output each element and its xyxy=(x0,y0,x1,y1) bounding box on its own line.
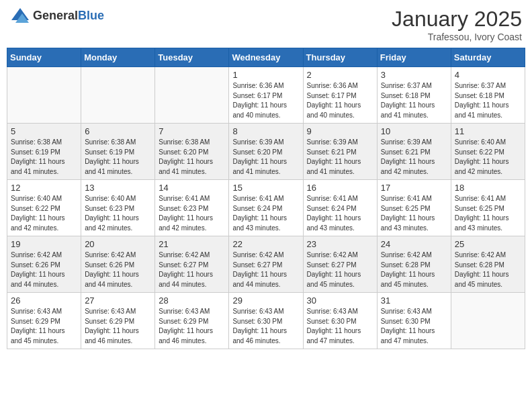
day-of-week-header: Sunday xyxy=(7,48,81,67)
day-number: 6 xyxy=(85,126,151,136)
calendar-day-cell: 9Sunrise: 6:39 AM Sunset: 6:21 PM Daylig… xyxy=(303,124,377,180)
calendar-day-cell: 2Sunrise: 6:36 AM Sunset: 6:17 PM Daylig… xyxy=(303,67,377,124)
day-of-week-header: Thursday xyxy=(303,48,377,67)
day-number: 2 xyxy=(307,70,373,80)
day-number: 24 xyxy=(381,239,447,249)
day-number: 11 xyxy=(455,126,521,136)
calendar-day-cell: 22Sunrise: 6:42 AM Sunset: 6:27 PM Dayli… xyxy=(229,236,303,293)
day-info: Sunrise: 6:43 AM Sunset: 6:30 PM Dayligh… xyxy=(381,307,447,346)
calendar-day-cell: 27Sunrise: 6:43 AM Sunset: 6:29 PM Dayli… xyxy=(81,293,155,349)
day-info: Sunrise: 6:36 AM Sunset: 6:17 PM Dayligh… xyxy=(232,81,299,120)
day-info: Sunrise: 6:42 AM Sunset: 6:27 PM Dayligh… xyxy=(232,250,299,289)
day-info: Sunrise: 6:40 AM Sunset: 6:22 PM Dayligh… xyxy=(11,194,77,233)
day-number: 28 xyxy=(159,295,225,306)
month-title: January 2025 xyxy=(392,7,522,32)
day-number: 5 xyxy=(11,126,77,136)
calendar-day-cell xyxy=(7,67,81,124)
calendar-week-row: 26Sunrise: 6:43 AM Sunset: 6:29 PM Dayli… xyxy=(7,293,525,349)
calendar-day-cell: 4Sunrise: 6:37 AM Sunset: 6:18 PM Daylig… xyxy=(451,67,525,124)
day-info: Sunrise: 6:42 AM Sunset: 6:26 PM Dayligh… xyxy=(11,250,77,289)
day-number: 4 xyxy=(455,70,521,80)
day-info: Sunrise: 6:39 AM Sunset: 6:21 PM Dayligh… xyxy=(381,138,447,177)
day-info: Sunrise: 6:38 AM Sunset: 6:19 PM Dayligh… xyxy=(85,138,151,177)
day-number: 20 xyxy=(85,239,151,249)
calendar-day-cell xyxy=(81,67,155,124)
day-of-week-header: Tuesday xyxy=(155,48,229,67)
calendar-day-cell: 1Sunrise: 6:36 AM Sunset: 6:17 PM Daylig… xyxy=(229,67,303,124)
day-info: Sunrise: 6:43 AM Sunset: 6:29 PM Dayligh… xyxy=(11,307,77,346)
calendar-table: SundayMondayTuesdayWednesdayThursdayFrid… xyxy=(7,48,525,349)
day-number: 23 xyxy=(307,239,373,249)
day-info: Sunrise: 6:37 AM Sunset: 6:18 PM Dayligh… xyxy=(381,81,447,120)
day-info: Sunrise: 6:39 AM Sunset: 6:21 PM Dayligh… xyxy=(307,138,373,177)
calendar-day-cell: 14Sunrise: 6:41 AM Sunset: 6:23 PM Dayli… xyxy=(155,180,229,236)
logo-icon xyxy=(10,7,30,24)
page-header: GeneralBlue January 2025 Trafessou, Ivor… xyxy=(7,7,525,42)
day-info: Sunrise: 6:40 AM Sunset: 6:22 PM Dayligh… xyxy=(455,138,521,177)
day-info: Sunrise: 6:42 AM Sunset: 6:26 PM Dayligh… xyxy=(85,250,151,289)
day-info: Sunrise: 6:43 AM Sunset: 6:29 PM Dayligh… xyxy=(85,307,151,346)
calendar-day-cell: 17Sunrise: 6:41 AM Sunset: 6:25 PM Dayli… xyxy=(377,180,451,236)
day-info: Sunrise: 6:42 AM Sunset: 6:28 PM Dayligh… xyxy=(455,250,521,289)
day-number: 16 xyxy=(307,183,373,193)
day-info: Sunrise: 6:39 AM Sunset: 6:20 PM Dayligh… xyxy=(232,138,299,177)
calendar-week-row: 12Sunrise: 6:40 AM Sunset: 6:22 PM Dayli… xyxy=(7,180,525,236)
day-number: 22 xyxy=(232,239,299,249)
calendar-day-cell: 28Sunrise: 6:43 AM Sunset: 6:29 PM Dayli… xyxy=(155,293,229,349)
logo-general: General xyxy=(33,9,78,22)
calendar-day-cell xyxy=(451,293,525,349)
day-number: 14 xyxy=(159,183,225,193)
calendar-day-cell: 18Sunrise: 6:41 AM Sunset: 6:25 PM Dayli… xyxy=(451,180,525,236)
calendar-day-cell: 25Sunrise: 6:42 AM Sunset: 6:28 PM Dayli… xyxy=(451,236,525,293)
logo-blue: Blue xyxy=(78,9,104,22)
title-block: January 2025 Trafessou, Ivory Coast xyxy=(392,7,522,42)
calendar-day-cell: 30Sunrise: 6:43 AM Sunset: 6:30 PM Dayli… xyxy=(303,293,377,349)
day-of-week-header: Friday xyxy=(377,48,451,67)
calendar-day-cell: 12Sunrise: 6:40 AM Sunset: 6:22 PM Dayli… xyxy=(7,180,81,236)
day-of-week-header: Saturday xyxy=(451,48,525,67)
day-number: 31 xyxy=(381,295,447,306)
calendar-day-cell: 6Sunrise: 6:38 AM Sunset: 6:19 PM Daylig… xyxy=(81,124,155,180)
day-info: Sunrise: 6:36 AM Sunset: 6:17 PM Dayligh… xyxy=(307,81,373,120)
day-number: 9 xyxy=(307,126,373,136)
day-number: 26 xyxy=(11,295,77,306)
day-number: 19 xyxy=(11,239,77,249)
day-info: Sunrise: 6:42 AM Sunset: 6:27 PM Dayligh… xyxy=(307,250,373,289)
calendar-day-cell: 15Sunrise: 6:41 AM Sunset: 6:24 PM Dayli… xyxy=(229,180,303,236)
day-info: Sunrise: 6:41 AM Sunset: 6:25 PM Dayligh… xyxy=(455,194,521,233)
day-of-week-header: Wednesday xyxy=(229,48,303,67)
day-of-week-header: Monday xyxy=(81,48,155,67)
calendar-week-row: 19Sunrise: 6:42 AM Sunset: 6:26 PM Dayli… xyxy=(7,236,525,293)
day-info: Sunrise: 6:41 AM Sunset: 6:24 PM Dayligh… xyxy=(232,194,299,233)
day-info: Sunrise: 6:43 AM Sunset: 6:30 PM Dayligh… xyxy=(307,307,373,346)
calendar-day-cell: 7Sunrise: 6:38 AM Sunset: 6:20 PM Daylig… xyxy=(155,124,229,180)
calendar-day-cell: 21Sunrise: 6:42 AM Sunset: 6:27 PM Dayli… xyxy=(155,236,229,293)
day-info: Sunrise: 6:43 AM Sunset: 6:30 PM Dayligh… xyxy=(232,307,299,346)
day-number: 29 xyxy=(232,295,299,306)
day-info: Sunrise: 6:41 AM Sunset: 6:23 PM Dayligh… xyxy=(159,194,225,233)
calendar-day-cell xyxy=(155,67,229,124)
calendar-day-cell: 8Sunrise: 6:39 AM Sunset: 6:20 PM Daylig… xyxy=(229,124,303,180)
calendar-day-cell: 29Sunrise: 6:43 AM Sunset: 6:30 PM Dayli… xyxy=(229,293,303,349)
calendar-week-row: 5Sunrise: 6:38 AM Sunset: 6:19 PM Daylig… xyxy=(7,124,525,180)
logo: GeneralBlue xyxy=(10,7,104,24)
calendar-day-cell: 16Sunrise: 6:41 AM Sunset: 6:24 PM Dayli… xyxy=(303,180,377,236)
calendar-header-row: SundayMondayTuesdayWednesdayThursdayFrid… xyxy=(7,48,525,67)
calendar-day-cell: 24Sunrise: 6:42 AM Sunset: 6:28 PM Dayli… xyxy=(377,236,451,293)
calendar-day-cell: 13Sunrise: 6:40 AM Sunset: 6:23 PM Dayli… xyxy=(81,180,155,236)
day-number: 1 xyxy=(232,70,299,80)
day-number: 27 xyxy=(85,295,151,306)
day-number: 21 xyxy=(159,239,225,249)
day-info: Sunrise: 6:42 AM Sunset: 6:28 PM Dayligh… xyxy=(381,250,447,289)
calendar-week-row: 1Sunrise: 6:36 AM Sunset: 6:17 PM Daylig… xyxy=(7,67,525,124)
day-number: 17 xyxy=(381,183,447,193)
day-number: 25 xyxy=(455,239,521,249)
day-info: Sunrise: 6:37 AM Sunset: 6:18 PM Dayligh… xyxy=(455,81,521,120)
day-number: 15 xyxy=(232,183,299,193)
day-number: 10 xyxy=(381,126,447,136)
day-info: Sunrise: 6:43 AM Sunset: 6:29 PM Dayligh… xyxy=(159,307,225,346)
calendar-day-cell: 31Sunrise: 6:43 AM Sunset: 6:30 PM Dayli… xyxy=(377,293,451,349)
day-info: Sunrise: 6:38 AM Sunset: 6:20 PM Dayligh… xyxy=(159,138,225,177)
day-number: 8 xyxy=(232,126,299,136)
day-info: Sunrise: 6:41 AM Sunset: 6:25 PM Dayligh… xyxy=(381,194,447,233)
